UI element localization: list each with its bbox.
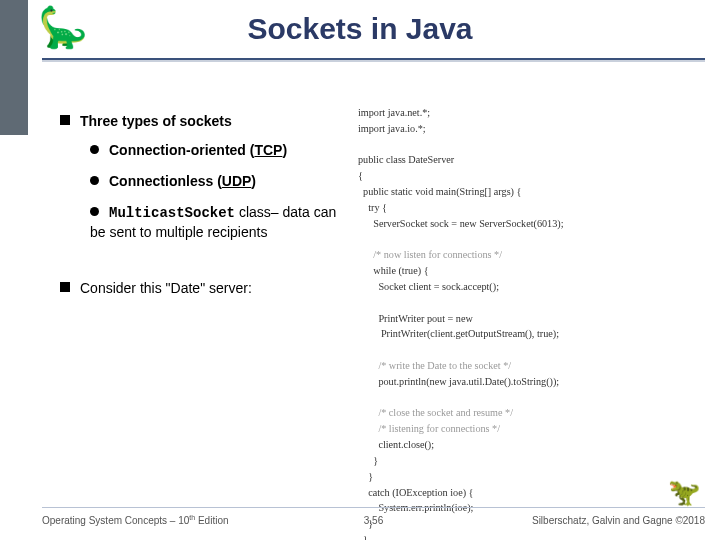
code-l08: ServerSocket sock = new ServerSocket(601…	[358, 218, 563, 229]
footer-left: Operating System Concepts – 10th Edition	[42, 514, 229, 526]
code-l25: catch (IOException ioe) {	[358, 487, 474, 498]
code-l23: }	[358, 455, 378, 466]
bullet-1a-link: TCP	[254, 142, 282, 158]
code-l12: Socket client = sock.accept();	[358, 281, 499, 292]
bullet-1b-prefix: Connectionless (	[109, 173, 222, 189]
code-l14: PrintWriter pout = new	[358, 313, 473, 324]
footer-copyright: Silberschatz, Galvin and Gagne ©2018	[532, 515, 705, 526]
code-l24: }	[358, 471, 373, 482]
bullet-1b: Connectionless (UDP)	[90, 172, 350, 191]
square-bullet-icon	[60, 115, 70, 125]
code-l28: }	[358, 534, 368, 540]
dinosaur-icon-right: 🦖	[668, 477, 700, 508]
title-area: Sockets in Java	[0, 12, 720, 46]
slide-title: Sockets in Java	[0, 12, 720, 46]
bullet-1c: MulticastSocket class– data can be sent …	[90, 203, 350, 242]
code-l15: PrintWriter(client.getOutputStream(), tr…	[358, 328, 559, 339]
slide: 🦕 Sockets in Java Three types of sockets…	[0, 0, 720, 540]
footer: Operating System Concepts – 10th Edition…	[42, 506, 705, 526]
round-bullet-icon	[90, 207, 99, 216]
bullet-1b-link: UDP	[222, 173, 252, 189]
code-snippet: import java.net.*; import java.io.*; pub…	[358, 105, 703, 540]
code-l01: import java.net.*;	[358, 107, 430, 118]
bullet-1c-code: MulticastSocket	[109, 205, 235, 221]
sidebar-stripe	[0, 0, 28, 540]
bullet-2: Consider this "Date" server:	[60, 279, 350, 298]
round-bullet-icon	[90, 145, 99, 154]
bullet-1a: Connection-oriented (TCP)	[90, 141, 350, 160]
code-l22: client.close();	[358, 439, 434, 450]
code-l07: try {	[358, 202, 387, 213]
round-bullet-icon	[90, 176, 99, 185]
code-l17: /* write the Date to the socket */	[358, 360, 511, 371]
content-left: Three types of sockets Connection-orient…	[60, 112, 350, 308]
code-l05: {	[358, 170, 363, 181]
code-l02: import java.io.*;	[358, 123, 426, 134]
bullet-1-text: Three types of sockets	[80, 113, 232, 129]
footer-left-a: Operating System Concepts – 10	[42, 515, 189, 526]
square-bullet-icon	[60, 282, 70, 292]
code-l11: while (true) {	[358, 265, 429, 276]
code-l04: public class DateServer	[358, 154, 454, 165]
footer-left-b: Edition	[195, 515, 228, 526]
code-l20: /* close the socket and resume */	[358, 407, 513, 418]
title-underline	[42, 58, 705, 62]
footer-page-number: 3.56	[364, 515, 383, 526]
code-l06: public static void main(String[] args) {	[358, 186, 521, 197]
code-l10: /* now listen for connections */	[358, 249, 502, 260]
bullet-2-text: Consider this "Date" server:	[80, 280, 252, 296]
bullet-1b-suffix: )	[251, 173, 256, 189]
bullet-1: Three types of sockets	[60, 112, 350, 131]
code-l18: pout.println(new java.util.Date().toStri…	[358, 376, 559, 387]
bullet-1a-prefix: Connection-oriented (	[109, 142, 254, 158]
code-l21: /* listening for connections */	[358, 423, 500, 434]
bullet-1a-suffix: )	[282, 142, 287, 158]
